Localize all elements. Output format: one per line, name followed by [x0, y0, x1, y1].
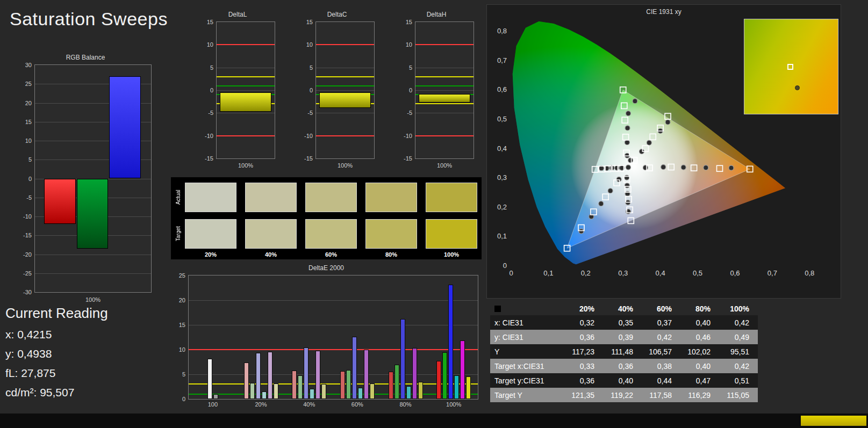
cie-x-tick-label: 0,4 [656, 269, 665, 277]
table-cell: 0,47 [678, 376, 717, 385]
swatch-target-20% [185, 219, 236, 249]
measured-point [625, 175, 629, 180]
y-axis-tick-label: -30 [17, 289, 32, 295]
deltae-bar [298, 375, 303, 399]
y-axis-tick-label: 30 [17, 62, 32, 68]
measured-point [608, 188, 613, 193]
swatch-actual-60% [305, 183, 357, 212]
y-axis-tick-label: 5 [398, 64, 412, 71]
delta-l-title: DeltaL [197, 11, 278, 18]
deltae-bar [418, 382, 423, 399]
rgb-balance-plot-area: -30-25-20-15-10-5051015202530 [34, 64, 152, 293]
cie-zoom-inset [744, 19, 838, 114]
cie-y-tick-label: 0 [503, 262, 507, 270]
rgb-balance-title: RGB Balance [16, 54, 155, 61]
table-cell: 115,05 [717, 391, 756, 400]
y-axis-tick-label: -5 [17, 194, 32, 201]
deltae-bar [460, 340, 465, 399]
gridline [316, 90, 374, 91]
gridline [316, 68, 374, 68]
deltae-bar [370, 383, 375, 399]
deltae-bar [442, 352, 447, 399]
deltae-bar [256, 353, 261, 399]
deltae-bar [315, 351, 320, 399]
deltae-bar [262, 391, 267, 399]
y-axis-tick-label: 15 [298, 19, 313, 25]
footer-yellow-swatch [801, 416, 866, 426]
measured-point [661, 165, 666, 170]
deltae-bar [406, 386, 411, 399]
deltae-bar [304, 347, 309, 399]
actual-target-swatch-panel: Actual Target 20%40%60%80%100% [171, 177, 482, 259]
limit-line [217, 135, 275, 136]
delta-e-2000-chart: DeltaE 2000 051015202510020%40%60%80%100… [171, 264, 482, 418]
table-cell: 0,40 [601, 376, 640, 385]
y-axis-tick-label: 25 [174, 272, 185, 279]
table-cell: 117,58 [640, 391, 678, 400]
y-axis-tick-label: 0 [17, 176, 32, 182]
delta-error-bar [319, 92, 370, 108]
delta-l-x-label: 100% [216, 162, 275, 169]
gridline [316, 113, 374, 113]
table-row: x: CIE310,320,350,370,400,42 [490, 315, 758, 330]
table-row: Y117,23111,48106,57102,0295,51 [490, 344, 758, 359]
y-axis-tick-label: -15 [17, 232, 32, 238]
limit-line [316, 44, 374, 45]
y-axis-tick-label: 15 [199, 19, 213, 25]
table-cell: 0,39 [601, 333, 640, 342]
deltae-bar [207, 359, 212, 399]
swatch-target-60% [305, 219, 357, 249]
delta-l-plot-area: -15-10-5051015 [216, 21, 275, 159]
delta-c-plot-area: -15-10-5051015 [315, 21, 375, 159]
gridline [415, 90, 474, 91]
reading-line: y: 0,4938 [5, 347, 167, 360]
y-axis-tick-label: -15 [199, 155, 213, 162]
delta-l-chart: DeltaL -15-10-5051015 100% [197, 11, 278, 170]
table-cell: 117,23 [562, 347, 601, 356]
table-cell: 0,32 [562, 318, 601, 327]
y-axis-tick-label: 15 [398, 19, 412, 25]
swatch-column-label: 60% [305, 251, 357, 258]
x-axis-group-label: 80% [382, 401, 430, 408]
deltae-bar [244, 362, 249, 399]
swatch-column-label: 100% [426, 251, 477, 258]
swatch-column-labels: 20%40%60%80%100% [185, 251, 477, 258]
gridline [217, 68, 275, 68]
y-axis-tick-label: -15 [398, 155, 412, 162]
deltae-bar [321, 384, 326, 399]
gridline [217, 113, 275, 113]
limit-line [316, 135, 374, 136]
table-cell: 0,44 [640, 376, 678, 385]
deltae-bar [394, 365, 399, 399]
limit-line [415, 135, 474, 136]
gridline [217, 90, 275, 91]
gridline [415, 68, 474, 68]
cie-y-tick-label: 0,1 [497, 232, 507, 240]
cie-x-tick-label: 0,2 [581, 269, 591, 277]
table-column-header: 40% [601, 304, 640, 313]
table-cell: 0,42 [640, 333, 678, 342]
table-row: Target Y121,35119,22117,58116,29115,05 [490, 388, 758, 402]
table-cell: 119,22 [601, 391, 640, 400]
deltae-bar [274, 383, 278, 399]
deltae-bar [310, 389, 314, 399]
y-axis-tick-label: -10 [17, 213, 32, 220]
y-axis-tick-label: 10 [398, 41, 412, 48]
table-column-header: 60% [640, 304, 678, 313]
cie-x-tick-label: 0,7 [767, 269, 777, 277]
table-row-label: Target x:CIE31 [490, 362, 562, 371]
y-axis-tick-label: 20 [17, 100, 32, 106]
delta-h-x-label: 100% [415, 162, 474, 169]
cie-y-tick-label: 0,5 [497, 115, 507, 123]
delta-error-bar [419, 94, 470, 103]
measured-point [626, 111, 630, 116]
measured-point [599, 201, 604, 206]
table-cell: 0,51 [717, 376, 756, 385]
table-cell: 0,40 [678, 318, 717, 327]
table-cell: 0,36 [601, 362, 640, 371]
cie-y-tick-label: 0,6 [497, 85, 507, 93]
delta-e-plot-area: 051015202510020%40%60%80%100% [188, 275, 478, 400]
measured-point [643, 165, 648, 170]
table-cell: 111,48 [601, 347, 640, 356]
y-axis-tick-label: -10 [298, 133, 313, 139]
